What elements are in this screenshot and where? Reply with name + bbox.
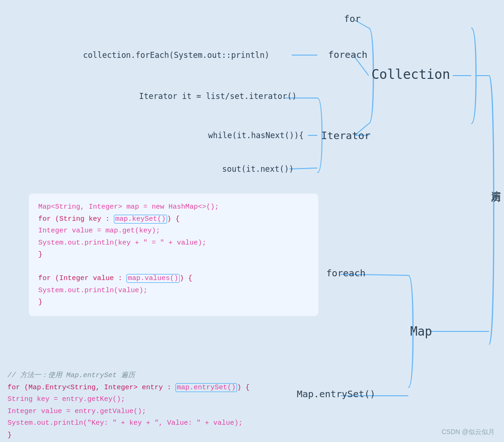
code-line1: Map<String, Integer> map = new HashMap<>… <box>38 203 219 211</box>
code-box-map: Map<String, Integer> map = new HashMap<>… <box>29 194 318 316</box>
node-sout-line: sout(it.next()) <box>222 164 294 174</box>
code-line7-post: ) { <box>180 274 192 282</box>
node-traverse: 遍历 <box>489 182 503 188</box>
code-bottom-line3: Integer value = entry.getValue(); <box>7 407 146 415</box>
node-collection: Collection <box>371 67 450 82</box>
code-line4: System.out.println(key + " = " + value); <box>38 239 206 247</box>
code-bottom-line4: System.out.println("Key: " + key + ", Va… <box>7 419 243 427</box>
code-bottom-comment: // 方法一：使用 Map.entrySet 遍历 <box>7 372 135 379</box>
code-bottom-line5: } <box>7 431 12 439</box>
code-line2-post: ) { <box>167 215 180 223</box>
code-bottom-line1-pre: for (Map.Entry<String, Integer> entry : <box>7 384 175 392</box>
code-bottom-line1-highlight: map.entrySet() <box>175 383 237 392</box>
node-collection-foreach-line: collection.forEach(System.out::println) <box>83 50 269 60</box>
code-bottom-line2: String key = entry.getKey(); <box>7 395 125 403</box>
node-foreach-top: foreach <box>328 49 367 60</box>
code-line2-pre: for (String key : <box>38 215 114 223</box>
code-line2-highlight: map.keySet() <box>114 215 167 224</box>
code-line7-pre: for (Integer value : <box>38 274 126 282</box>
code-line9: } <box>38 298 42 306</box>
code-line3: Integer value = map.get(key); <box>38 227 160 235</box>
code-line5: } <box>38 251 42 259</box>
node-map-entryset: Map.entrySet() <box>297 388 376 400</box>
node-iterator: Iterator <box>321 130 371 141</box>
code-bottom-line1-post: ) { <box>237 384 250 392</box>
node-foreach-map: foreach <box>326 267 365 279</box>
code-box-bottom: // 方法一：使用 Map.entrySet 遍历 for (Map.Entry… <box>0 364 280 442</box>
node-for: for <box>344 13 361 24</box>
node-iterator-line: Iterator it = list/set.iterator() <box>139 91 297 101</box>
node-map: Map <box>410 324 432 338</box>
node-while-line: while(it.hasNext()){ <box>208 131 304 140</box>
code-line7-highlight: map.values() <box>126 274 180 283</box>
code-line8: System.out.println(value); <box>38 287 147 295</box>
watermark: CSDN @似云似月 <box>441 428 495 436</box>
